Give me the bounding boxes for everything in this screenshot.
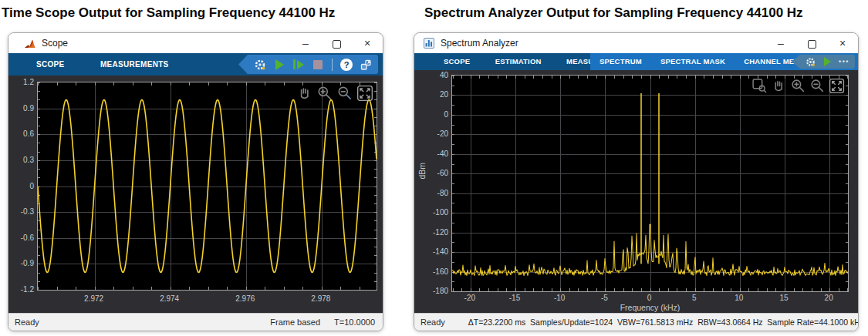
tab-scope[interactable]: SCOPE bbox=[36, 53, 65, 76]
toolbar-divider bbox=[332, 59, 333, 71]
ellipsis-icon: ••• bbox=[839, 58, 849, 66]
spectrum-analyzer-logo-icon bbox=[424, 38, 434, 49]
minimize-button[interactable]: – bbox=[765, 33, 796, 53]
stop-button[interactable] bbox=[310, 57, 326, 72]
tick-label: 0.3 bbox=[11, 156, 34, 164]
close-button[interactable]: × bbox=[352, 33, 383, 53]
tab-spectral-mask[interactable]: SPECTRAL MASK bbox=[651, 53, 735, 70]
tick-label: -120 bbox=[427, 228, 448, 237]
zoom-in-icon[interactable] bbox=[790, 78, 806, 94]
tick-label: -15 bbox=[499, 294, 530, 302]
spectrum-analyzer-window: Spectrum Analyzer – × SCOPE ESTIMATION M… bbox=[414, 32, 859, 331]
tick-label: -100 bbox=[427, 208, 448, 217]
scope-plot-region: 1.20.90.60.30-0.3-0.6-0.9-1.22.9722.9742… bbox=[8, 76, 383, 314]
x-axis-label: Frequency (kHz) bbox=[451, 303, 849, 312]
status-details: ΔT=23.2200 ms Samples/Update=1024 VBW=76… bbox=[468, 318, 859, 327]
maximize-button[interactable] bbox=[321, 33, 352, 53]
window-title: Spectrum Analyzer bbox=[441, 38, 518, 49]
window-controls: – × bbox=[290, 33, 383, 53]
status-frame-mode: Frame based bbox=[270, 318, 320, 327]
pan-icon[interactable] bbox=[296, 85, 313, 102]
more-options-button[interactable]: ••• bbox=[837, 55, 851, 68]
spectrum-axes bbox=[451, 75, 849, 292]
tick-label: -160 bbox=[427, 267, 448, 276]
run-button[interactable] bbox=[820, 55, 834, 68]
window-controls: – × bbox=[765, 33, 858, 53]
tick-label: -20 bbox=[427, 129, 448, 138]
plot-tools-overlay bbox=[296, 85, 373, 102]
y-axis-label: dBm bbox=[417, 163, 427, 180]
simulation-settings-icon[interactable] bbox=[252, 57, 268, 72]
close-button[interactable]: × bbox=[827, 33, 858, 53]
minimize-button[interactable]: – bbox=[290, 33, 321, 53]
tab-scope[interactable]: SCOPE bbox=[433, 53, 481, 70]
fit-to-view-icon[interactable] bbox=[356, 85, 373, 102]
zoom-out-icon[interactable] bbox=[336, 85, 353, 102]
spectrum-plot-region: dBm Frequency (kHz) 40200-20-40-60-80-10… bbox=[414, 70, 858, 314]
scope-titlebar: Scope – × bbox=[8, 33, 383, 53]
desktop: Time Scope Output for Sampling Frequency… bbox=[0, 0, 868, 336]
run-icon bbox=[275, 59, 284, 70]
tab-measurements[interactable]: MEASUREMENTS bbox=[100, 53, 169, 76]
tick-label: 0 bbox=[634, 294, 665, 302]
help-button[interactable]: ? bbox=[339, 57, 354, 72]
tick-label: -20 bbox=[454, 294, 485, 302]
matlab-logo-icon bbox=[24, 39, 35, 49]
tab-spectrum[interactable]: SPECTRUM bbox=[590, 53, 651, 70]
spectrum-analyzer-heading: Spectrum Analyzer Output for Sampling Fr… bbox=[424, 5, 803, 21]
scope-statusbar: Ready Frame based T=10.0000 bbox=[8, 313, 383, 331]
maximize-icon bbox=[808, 40, 816, 49]
maximize-icon bbox=[333, 40, 341, 49]
tick-label: -180 bbox=[427, 287, 448, 295]
tick-label: -60 bbox=[427, 169, 448, 177]
tick-label: 2.974 bbox=[147, 294, 193, 303]
window-title: Scope bbox=[42, 38, 68, 49]
tick-label: 0 bbox=[11, 182, 34, 190]
tick-label: -0.9 bbox=[11, 259, 34, 267]
plot-tools-overlay bbox=[751, 78, 845, 94]
scope-toolstrip: SCOPE MEASUREMENTS ? bbox=[8, 53, 383, 76]
zoom-in-icon[interactable] bbox=[316, 85, 333, 102]
help-icon: ? bbox=[340, 59, 353, 71]
tick-label: -0.3 bbox=[11, 207, 34, 216]
zoom-out-icon[interactable] bbox=[809, 78, 826, 94]
tick-label: -40 bbox=[427, 150, 448, 158]
tick-label: 20 bbox=[813, 294, 844, 302]
dock-button[interactable] bbox=[358, 57, 373, 72]
fit-to-view-icon[interactable] bbox=[829, 78, 845, 94]
tick-label: -10 bbox=[544, 294, 575, 302]
quick-actions-toolbar: ? bbox=[238, 55, 378, 74]
tick-label: 15 bbox=[768, 294, 799, 302]
zoom-box-icon[interactable] bbox=[751, 78, 768, 94]
tick-label: 2.978 bbox=[298, 294, 344, 303]
time-scope-canvas bbox=[38, 82, 377, 290]
simulation-settings-icon[interactable] bbox=[803, 55, 817, 68]
spectrum-statusbar: Ready ΔT=23.2200 ms Samples/Update=1024 … bbox=[414, 313, 858, 331]
tick-label: -140 bbox=[427, 247, 448, 256]
run-icon bbox=[824, 57, 831, 66]
step-forward-icon bbox=[293, 59, 296, 69]
tick-label: 2.976 bbox=[222, 294, 269, 303]
tick-label: 0.9 bbox=[11, 104, 34, 113]
maximize-button[interactable] bbox=[796, 33, 827, 53]
step-forward-triangle bbox=[297, 60, 304, 69]
pan-icon[interactable] bbox=[771, 78, 787, 94]
spectrum-titlebar: Spectrum Analyzer – × bbox=[414, 33, 858, 53]
stop-icon bbox=[313, 60, 323, 69]
tick-label: 20 bbox=[427, 90, 448, 99]
tick-label: -0.6 bbox=[11, 234, 34, 242]
run-button[interactable] bbox=[272, 57, 287, 72]
time-scope-axes bbox=[37, 82, 377, 291]
tab-estimation[interactable]: ESTIMATION bbox=[485, 53, 552, 70]
step-forward-button[interactable] bbox=[291, 57, 306, 72]
tick-label: 0.6 bbox=[11, 129, 34, 138]
tick-label: 10 bbox=[724, 294, 755, 302]
tick-label: 40 bbox=[427, 71, 448, 79]
spectrum-toolstrip: SCOPE ESTIMATION MEASUREMENTS SPECTRUM S… bbox=[414, 53, 858, 70]
status-ready: Ready bbox=[420, 318, 445, 327]
tick-label: 0 bbox=[427, 110, 448, 119]
scope-window: Scope – × SCOPE MEASUREMENTS ? bbox=[8, 32, 383, 331]
tick-label: -1.2 bbox=[11, 285, 34, 294]
tick-label: 1.2 bbox=[11, 78, 34, 86]
tick-label: 5 bbox=[679, 294, 710, 302]
